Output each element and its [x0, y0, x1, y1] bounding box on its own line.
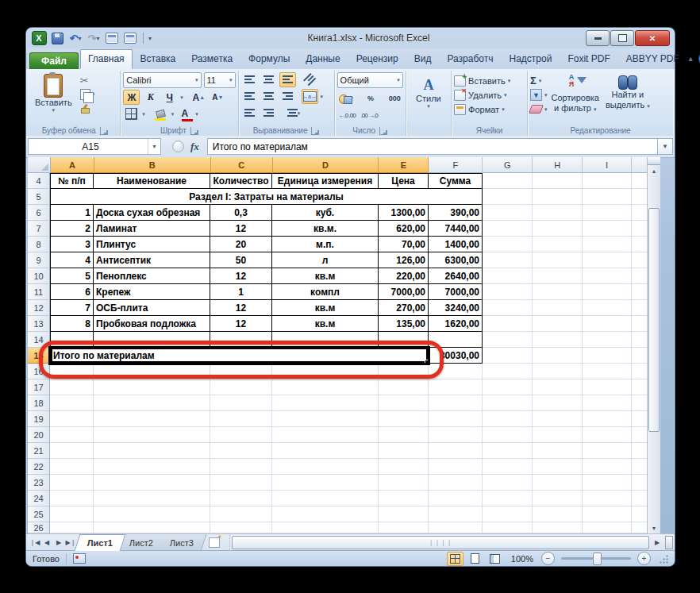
ribbon-tab-вставка[interactable]: Вставка — [133, 49, 184, 69]
close-button[interactable]: ✕ — [635, 30, 670, 46]
cell[interactable] — [379, 411, 429, 427]
cell[interactable] — [483, 379, 533, 395]
cell[interactable] — [429, 379, 483, 395]
table-cell[interactable]: Пеноплекс — [94, 268, 210, 284]
dialog-launcher-icon[interactable] — [311, 127, 319, 135]
sheet-tab-лист3[interactable]: Лист3 — [158, 534, 207, 551]
cell[interactable] — [379, 475, 429, 491]
cell[interactable] — [50, 475, 94, 491]
cell[interactable] — [583, 173, 632, 189]
table-cell[interactable]: 1400,00 — [429, 237, 483, 252]
cell[interactable] — [533, 443, 583, 459]
row-header-10[interactable]: 10 — [28, 268, 50, 284]
sheet-tab-лист1[interactable]: Лист1 — [75, 534, 126, 551]
cell[interactable] — [533, 348, 583, 364]
accounting-format-button[interactable]: ▾ — [337, 90, 356, 106]
section-title-cell[interactable]: Раздел I: Затраты на материалы — [50, 189, 483, 205]
row-header-23[interactable]: 23 — [28, 475, 50, 491]
total-value-cell[interactable]: 30030,00 — [429, 348, 483, 364]
column-header-A[interactable]: A — [51, 157, 94, 173]
cell[interactable] — [94, 443, 210, 459]
ribbon-tab-данные[interactable]: Данные — [298, 49, 348, 69]
cell[interactable] — [483, 284, 533, 300]
table-cell[interactable]: 0,3 — [210, 205, 272, 221]
shrink-font-button[interactable]: А▼ — [210, 90, 226, 105]
decrease-decimal-button[interactable]: .00 →.0 — [360, 108, 379, 123]
cell[interactable] — [272, 379, 379, 395]
cell[interactable] — [483, 427, 533, 443]
table-cell[interactable]: м.п. — [272, 237, 379, 252]
zoom-slider-thumb[interactable] — [593, 553, 602, 565]
cell[interactable] — [94, 459, 210, 475]
page-layout-view-button[interactable] — [467, 552, 483, 566]
cell[interactable] — [483, 268, 533, 284]
table-cell[interactable]: 7000,00 — [379, 284, 429, 300]
cell[interactable] — [429, 364, 483, 379]
cell[interactable] — [583, 332, 632, 348]
table-cell[interactable]: 2 — [50, 221, 94, 237]
first-sheet-button[interactable]: ❘◀ — [29, 539, 40, 546]
row-header-24[interactable]: 24 — [28, 491, 50, 506]
cell[interactable] — [533, 268, 583, 284]
align-center-button[interactable] — [260, 89, 277, 104]
cell[interactable] — [50, 427, 94, 443]
table-cell[interactable]: Антисептик — [94, 252, 210, 268]
scroll-down-arrow-icon[interactable]: ▼ — [648, 522, 660, 533]
table-cell[interactable] — [272, 332, 379, 348]
cell[interactable] — [533, 491, 583, 506]
table-cell[interactable]: 20 — [210, 237, 272, 252]
cell[interactable] — [583, 284, 632, 300]
table-cell[interactable]: 390,00 — [429, 205, 483, 221]
table-cell[interactable]: кв.м. — [272, 221, 379, 237]
column-header-G[interactable]: G — [483, 157, 533, 173]
cell[interactable] — [210, 379, 272, 395]
cell[interactable] — [379, 491, 429, 506]
row-header-9[interactable]: 9 — [28, 252, 50, 268]
comma-style-button[interactable]: 000 — [387, 90, 403, 106]
cell[interactable] — [379, 522, 429, 533]
cell[interactable] — [483, 348, 533, 364]
cell[interactable] — [272, 491, 379, 506]
column-header-C[interactable]: C — [211, 157, 273, 173]
font-size-select[interactable]: 11▾ — [204, 72, 236, 88]
cell[interactable] — [483, 459, 533, 475]
ribbon-tab-разработч[interactable]: Разработч — [439, 49, 501, 69]
table-cell[interactable] — [429, 332, 483, 348]
table-cell[interactable] — [210, 332, 272, 348]
cell[interactable] — [272, 427, 379, 443]
cell[interactable] — [483, 522, 533, 533]
total-label-cell-selected[interactable]: Итого по материалам — [50, 348, 429, 364]
row-header-8[interactable]: 8 — [28, 237, 50, 252]
cell[interactable] — [94, 506, 210, 522]
cell[interactable] — [483, 316, 533, 332]
cell[interactable] — [94, 379, 210, 395]
cell[interactable] — [379, 364, 429, 379]
cell[interactable] — [272, 364, 379, 379]
table-cell[interactable]: 3240,00 — [429, 300, 483, 316]
cell[interactable] — [272, 459, 379, 475]
cell[interactable] — [483, 332, 533, 348]
cell[interactable] — [533, 475, 583, 491]
clear-button[interactable]: ▾ — [530, 102, 548, 116]
table-cell[interactable]: 7 — [50, 300, 94, 316]
row-header-13[interactable]: 13 — [28, 316, 50, 332]
cell[interactable] — [533, 173, 583, 189]
cell[interactable] — [533, 237, 583, 252]
cell[interactable] — [50, 379, 94, 395]
cell[interactable] — [533, 221, 583, 237]
orientation-button[interactable] — [302, 72, 318, 87]
cell[interactable] — [379, 395, 429, 411]
cell[interactable] — [583, 268, 632, 284]
expand-formula-bar-button[interactable]: ▼ — [657, 138, 673, 155]
table-cell[interactable]: кв.м — [272, 316, 379, 332]
cell[interactable] — [94, 395, 210, 411]
cell[interactable] — [533, 379, 583, 395]
cell[interactable] — [583, 411, 632, 427]
cell[interactable] — [583, 427, 632, 443]
cell[interactable] — [583, 221, 632, 237]
ribbon-tab-разметка[interactable]: Разметка — [183, 49, 240, 69]
table-cell[interactable]: ОСБ-плита — [94, 300, 210, 316]
increase-decimal-button[interactable]: ←.0 .00 — [337, 108, 357, 123]
qat-custom-button-2[interactable] — [122, 31, 138, 45]
sort-filter-button[interactable]: АЯ Сортировка и фильтр ▾ — [549, 74, 602, 116]
